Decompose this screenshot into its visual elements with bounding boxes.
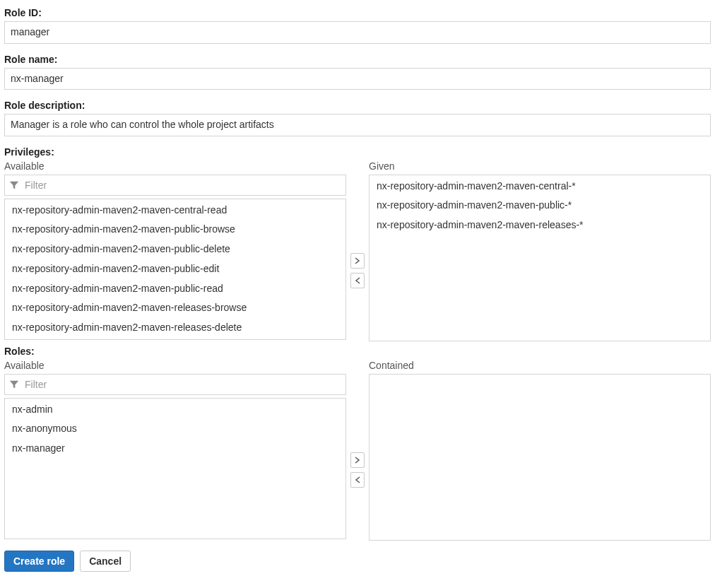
list-item[interactable]: nx-admin	[5, 400, 345, 420]
role-id-input[interactable]	[4, 21, 711, 44]
privileges-available-list[interactable]: nx-repository-admin-maven2-maven-central…	[4, 199, 346, 340]
roles-contained-label: Contained	[369, 360, 711, 371]
chevron-right-icon	[355, 257, 360, 264]
privileges-filter-input[interactable]	[22, 178, 341, 192]
list-item[interactable]: nx-repository-admin-maven2-maven-release…	[370, 216, 710, 235]
privileges-remove-button[interactable]	[350, 273, 365, 288]
role-name-input[interactable]	[4, 68, 711, 90]
filter-icon	[9, 180, 19, 190]
list-item[interactable]: nx-repository-admin-maven2-maven-public-…	[370, 196, 710, 216]
privileges-given-list[interactable]: nx-repository-admin-maven2-maven-central…	[369, 175, 711, 341]
roles-contained-list[interactable]	[369, 374, 711, 541]
list-item[interactable]: nx-repository-admin-maven2-maven-release…	[5, 338, 345, 340]
list-item[interactable]: nx-repository-admin-maven2-maven-central…	[5, 201, 345, 220]
privileges-add-button[interactable]	[350, 253, 365, 269]
chevron-left-icon	[355, 476, 360, 483]
roles-remove-button[interactable]	[350, 472, 365, 488]
list-item[interactable]: nx-repository-admin-maven2-maven-release…	[5, 318, 345, 338]
privileges-available-label: Available	[4, 160, 346, 172]
role-description-input[interactable]	[4, 114, 711, 136]
privileges-given-label: Given	[369, 160, 711, 172]
privileges-heading: Privileges:	[4, 146, 711, 158]
list-item[interactable]: nx-manager	[5, 439, 345, 459]
roles-heading: Roles:	[4, 346, 711, 357]
roles-add-button[interactable]	[350, 452, 365, 468]
filter-icon	[9, 380, 19, 389]
role-name-label: Role name:	[4, 54, 711, 65]
list-item[interactable]: nx-repository-admin-maven2-maven-public-…	[5, 259, 345, 279]
roles-filter-input[interactable]	[22, 377, 341, 392]
list-item[interactable]: nx-repository-admin-maven2-maven-release…	[5, 298, 345, 318]
create-role-button[interactable]: Create role	[4, 551, 74, 572]
list-item[interactable]: nx-repository-admin-maven2-maven-public-…	[5, 220, 345, 240]
list-item[interactable]: nx-anonymous	[5, 419, 345, 439]
role-description-label: Role description:	[4, 100, 711, 111]
list-item[interactable]: nx-repository-admin-maven2-maven-central…	[370, 177, 710, 196]
list-item[interactable]: nx-repository-admin-maven2-maven-public-…	[5, 279, 345, 299]
roles-available-list[interactable]: nx-adminnx-anonymousnx-manager	[4, 398, 346, 539]
list-item[interactable]: nx-repository-admin-maven2-maven-public-…	[5, 240, 345, 259]
chevron-left-icon	[355, 277, 360, 284]
role-id-label: Role ID:	[4, 7, 711, 18]
roles-available-label: Available	[4, 360, 346, 371]
chevron-right-icon	[355, 457, 360, 464]
cancel-button[interactable]: Cancel	[80, 551, 131, 572]
